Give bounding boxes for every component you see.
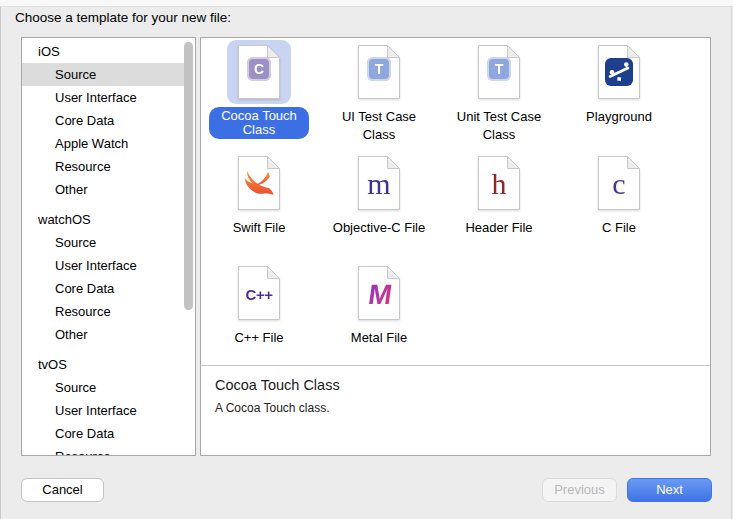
sidebar-item-tvos-core-data[interactable]: Core Data	[22, 422, 185, 445]
objc-m-letter-icon: m	[357, 161, 401, 207]
sidebar-label: Source	[55, 235, 96, 250]
sidebar-item-tvos-resource[interactable]: Resource	[22, 445, 185, 456]
sidebar-item-ios-core-data[interactable]: Core Data	[22, 109, 185, 132]
template-item-cpp-file[interactable]: C++ C++ File	[202, 261, 316, 346]
sidebar-label: iOS	[38, 44, 60, 59]
template-label: Playground	[586, 109, 652, 124]
sidebar-label: Core Data	[55, 281, 114, 296]
sidebar-item-watchos-source[interactable]: Source	[22, 231, 185, 254]
detail-title: Cocoa Touch Class	[215, 377, 340, 393]
template-item-metal-file[interactable]: M Metal File	[322, 261, 436, 346]
template-label: UI Test Case Class	[342, 109, 416, 142]
glyph-letter: m	[367, 167, 390, 201]
glyph-letter: C++	[246, 286, 273, 303]
cpp-file-icon: C++	[237, 265, 281, 321]
template-item-unit-test-case-class[interactable]: T Unit Test Case Class	[442, 40, 556, 143]
c-letter-icon: c	[597, 161, 641, 207]
sidebar-label: Resource	[55, 304, 111, 319]
iconbox: T	[347, 40, 411, 104]
seesaw-icon	[605, 58, 633, 86]
badge-letter: T	[495, 62, 504, 76]
sidebar-label: tvOS	[38, 357, 67, 372]
sidebar-item-watchos-core-data[interactable]: Core Data	[22, 277, 185, 300]
template-item-header-file[interactable]: h Header File	[442, 151, 556, 236]
c-file-icon: c	[597, 155, 641, 211]
sidebar-item-watchos-user-interface[interactable]: User Interface	[22, 254, 185, 277]
iconbox: M	[347, 261, 411, 325]
sidebar-label: User Interface	[55, 403, 137, 418]
ui-test-case-file-icon: T	[357, 44, 401, 100]
next-button[interactable]: Next	[627, 478, 712, 502]
sidebar-item-tvos-user-interface[interactable]: User Interface	[22, 399, 185, 422]
sidebar-label: watchOS	[38, 212, 91, 227]
iconbox	[227, 151, 291, 215]
template-label: Swift File	[233, 220, 286, 235]
header-file-icon: h	[477, 155, 521, 211]
class-badge-icon: C	[247, 57, 271, 81]
sidebar-group-ios[interactable]: iOS	[22, 40, 185, 63]
iconbox: T	[467, 40, 531, 104]
template-label: Cocoa Touch Class	[209, 107, 309, 139]
iconbox: m	[347, 151, 411, 215]
template-label: Unit Test Case Class	[457, 109, 541, 142]
sidebar-group-tvos[interactable]: tvOS	[22, 353, 185, 376]
template-label: C File	[602, 220, 636, 235]
sidebar-item-watchos-resource[interactable]: Resource	[22, 300, 185, 323]
template-item-objective-c-file[interactable]: m Objective-C File	[322, 151, 436, 236]
detail-description: A Cocoa Touch class.	[215, 401, 330, 415]
metal-file-icon: M	[357, 265, 401, 321]
glyph-letter: c	[612, 167, 625, 201]
header-h-letter-icon: h	[477, 161, 521, 207]
metal-m-icon: M	[357, 265, 401, 321]
sidebar-label: Apple Watch	[55, 136, 128, 151]
iconbox: h	[467, 151, 531, 215]
playground-file-icon	[597, 44, 641, 100]
sidebar-item-ios-other[interactable]: Other	[22, 178, 185, 201]
sidebar-item-ios-user-interface[interactable]: User Interface	[22, 86, 185, 109]
template-detail-pane: Cocoa Touch Class A Cocoa Touch class.	[201, 365, 710, 455]
template-label: C++ File	[234, 330, 283, 345]
sidebar-label: Source	[55, 67, 96, 82]
sidebar-item-ios-apple-watch[interactable]: Apple Watch	[22, 132, 185, 155]
iconbox	[587, 40, 651, 104]
sidebar-item-tvos-source[interactable]: Source	[22, 376, 185, 399]
window-top-strip	[0, 0, 733, 7]
template-grid-panel: C Cocoa Touch Class T UI Test Case Class	[200, 37, 711, 456]
sidebar-item-ios-resource[interactable]: Resource	[22, 155, 185, 178]
template-item-playground[interactable]: Playground	[562, 40, 676, 125]
glyph-letter: h	[492, 167, 507, 201]
template-item-swift-file[interactable]: Swift File	[202, 151, 316, 236]
template-item-cocoa-touch-class[interactable]: C Cocoa Touch Class	[202, 40, 316, 139]
sidebar-label: User Interface	[55, 258, 137, 273]
dialog-title: Choose a template for your new file:	[15, 10, 231, 25]
template-label: Metal File	[351, 330, 407, 345]
window-left-edge	[0, 7, 1, 519]
sidebar-group-watchos[interactable]: watchOS	[22, 208, 185, 231]
sidebar-item-ios-source[interactable]: Source	[22, 63, 185, 86]
badge-letter: T	[375, 62, 384, 76]
sidebar-item-watchos-other[interactable]: Other	[22, 323, 185, 346]
category-sidebar: iOS Source User Interface Core Data Appl…	[21, 37, 196, 456]
template-label: Header File	[465, 220, 532, 235]
objective-c-file-icon: m	[357, 155, 401, 211]
iconbox: C++	[227, 261, 291, 325]
template-label: Objective-C File	[333, 220, 425, 235]
test-badge-icon: T	[367, 57, 391, 81]
selected-template-highlight: C	[227, 40, 291, 104]
window-right-edge	[731, 7, 732, 519]
template-item-c-file[interactable]: c C File	[562, 151, 676, 236]
cancel-button[interactable]: Cancel	[21, 478, 104, 502]
sidebar-label: Resource	[55, 449, 111, 456]
sidebar-label: Core Data	[55, 426, 114, 441]
previous-button[interactable]: Previous	[542, 478, 617, 502]
sidebar-label: Source	[55, 380, 96, 395]
sidebar-label: User Interface	[55, 90, 137, 105]
badge-letter: C	[254, 62, 264, 76]
sidebar-label: Core Data	[55, 113, 114, 128]
sidebar-label: Other	[55, 182, 88, 197]
svg-text:M: M	[367, 279, 395, 310]
swift-bird-icon	[237, 155, 281, 211]
swift-file-icon	[237, 155, 281, 211]
template-item-ui-test-case-class[interactable]: T UI Test Case Class	[322, 40, 436, 143]
sidebar-scrollbar-thumb[interactable]	[184, 42, 193, 310]
